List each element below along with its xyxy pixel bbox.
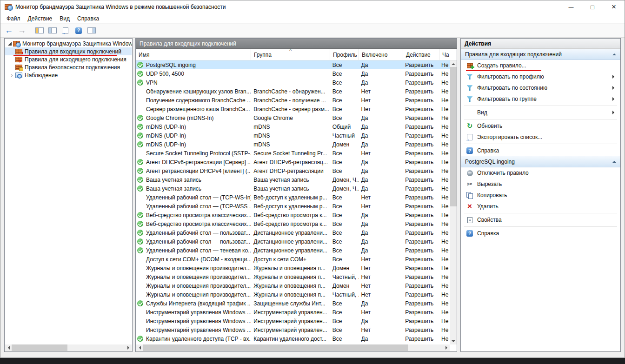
expander-icon[interactable] xyxy=(7,42,13,46)
profile-cell: Все xyxy=(330,113,359,122)
action-value: Разрешить xyxy=(405,79,433,86)
table-row[interactable]: Журналы и оповещения производител...Журн… xyxy=(136,264,450,272)
table-row[interactable]: Агент DHCPv6-ретрансляции [Сервер] ...Аг… xyxy=(136,158,450,166)
scroll-up-icon[interactable] xyxy=(450,60,457,67)
tree-horizontal-scrollbar[interactable] xyxy=(5,344,132,351)
maximize-button[interactable] xyxy=(582,0,603,13)
table-row[interactable]: Карантин удаленного доступа (TCP - вх...… xyxy=(136,334,450,343)
table-row[interactable]: Secure Socket Tunneling Protocol (SSTP-.… xyxy=(136,149,450,158)
copy-icon xyxy=(466,192,473,199)
export-list-icon[interactable] xyxy=(60,25,71,36)
table-row[interactable]: Удаленный рабочий стол — пользоват...Дис… xyxy=(136,228,450,237)
action-delete[interactable]: Удалить xyxy=(461,201,620,212)
close-button[interactable] xyxy=(603,0,625,13)
scroll-left-icon[interactable] xyxy=(136,344,143,351)
action-refresh[interactable]: Обновить xyxy=(461,120,620,132)
scroll-down-icon[interactable] xyxy=(450,338,457,344)
action-copy[interactable]: Копировать xyxy=(461,190,620,201)
scrollbar-thumb[interactable] xyxy=(143,344,408,351)
minimize-button[interactable] xyxy=(560,0,582,13)
action-new-rule[interactable]: Создать правило... xyxy=(461,60,620,71)
scrollbar-thumb[interactable] xyxy=(12,344,67,351)
table-row[interactable]: Службы Интернета (входящий трафик ...Защ… xyxy=(136,299,450,308)
action-properties[interactable]: Свойства xyxy=(461,214,620,225)
action-pane-icon[interactable] xyxy=(86,25,97,36)
rule-name-cell: Удаленный рабочий стол — пользоват... xyxy=(136,237,251,246)
table-row[interactable]: PostgreSQL ingoingВсеДаРазрешитьНе xyxy=(136,60,450,69)
column-header-4[interactable]: Действие xyxy=(403,49,439,60)
column-header-1[interactable]: Группа xyxy=(251,49,330,60)
table-row[interactable]: mDNS (UDP-In)mDNSЧастныйДаРазрешитьНе xyxy=(136,131,450,140)
action-filter-by-state[interactable]: Фильтровать по состоянию xyxy=(461,82,620,93)
action-export-list[interactable]: Экспортировать список... xyxy=(461,132,620,143)
console-tree-icon[interactable] xyxy=(34,25,45,36)
tree-item-2[interactable]: Правила безопасности подключения xyxy=(5,63,132,71)
table-row[interactable]: Веб-средство просмотра классических...Ве… xyxy=(136,211,450,219)
table-row[interactable]: Ваша учетная записьВаша учетная записьДо… xyxy=(136,184,450,193)
properties-pane-icon[interactable] xyxy=(47,25,58,36)
action-cut[interactable]: Вырезать xyxy=(461,179,620,190)
scroll-right-icon[interactable] xyxy=(443,344,450,351)
column-header-3[interactable]: Включено xyxy=(359,49,403,60)
table-row[interactable]: Инструментарий управления Windows ...Инс… xyxy=(136,317,450,325)
column-header-0[interactable]: Имя xyxy=(136,49,251,60)
scroll-right-icon[interactable] xyxy=(125,344,132,351)
tree-item-root[interactable]: Монитор брандмауэра Защитника Windows в xyxy=(5,40,132,47)
filter-icon xyxy=(466,95,473,103)
menu-item-2[interactable]: Вид xyxy=(56,15,73,22)
table-row[interactable]: Удаленный рабочий стол — (TCP-WS-In)Веб-… xyxy=(136,193,450,202)
action-disable-rule[interactable]: Отключить правило xyxy=(461,167,620,179)
override-cell: Не xyxy=(439,184,450,193)
scrollbar-thumb[interactable] xyxy=(450,67,457,206)
table-row[interactable]: Агент ретрансляции DHCPv4 [клиент] (...А… xyxy=(136,166,450,175)
table-row[interactable]: Сервер размещенного кэша BranchCa...Bran… xyxy=(136,105,450,113)
chevron-up-icon[interactable] xyxy=(612,52,616,57)
table-row[interactable]: Google Chrome (mDNS-In)Google ChromeВсеД… xyxy=(136,113,450,122)
tree-item-3[interactable]: Наблюдение xyxy=(5,71,132,79)
table-row[interactable]: Доступ к сети COM+ (DCOM - входящи...Дос… xyxy=(136,255,450,264)
tree-item-1[interactable]: Правила для исходящего подключения xyxy=(5,55,132,63)
rule-name: Инструментарий управления Windows ... xyxy=(146,327,251,333)
table-row[interactable]: Журналы и оповещения производител...Журн… xyxy=(136,272,450,281)
column-header-5[interactable]: Ча xyxy=(439,49,451,60)
action-section-header[interactable]: Правила для входящих подключений xyxy=(461,49,620,60)
table-row[interactable]: Журналы и оповещения производител...Журн… xyxy=(136,281,450,290)
table-row[interactable]: mDNS (UDP-In)mDNSОбщийДаРазрешитьНе xyxy=(136,122,450,131)
menu-item-3[interactable]: Справка xyxy=(73,15,103,22)
table-row[interactable]: Удаленный рабочий стол — (TCP-WSS ...Веб… xyxy=(136,202,450,211)
rules-vertical-scrollbar[interactable] xyxy=(450,60,457,344)
expander-icon[interactable] xyxy=(9,73,15,78)
rules-horizontal-scrollbar[interactable] xyxy=(136,344,450,351)
forward-icon[interactable] xyxy=(16,25,27,36)
table-row[interactable]: Удаленный рабочий стол — теневая ко...Ди… xyxy=(136,246,450,255)
table-row[interactable]: Инструментарий управления Windows ...Инс… xyxy=(136,308,450,317)
table-row[interactable]: Веб-средство просмотра классических...Ве… xyxy=(136,219,450,228)
table-row[interactable]: Обнаружение кэширующих узлов Bran...Bran… xyxy=(136,87,450,96)
table-row[interactable]: VPNВсеДаРазрешитьНе xyxy=(136,78,450,87)
table-row[interactable]: mDNS (UDP-In)mDNSДоменДаРазрешитьНе xyxy=(136,140,450,149)
tree-item-0[interactable]: Правила для входящих подключений xyxy=(5,47,132,55)
help-icon[interactable] xyxy=(73,25,84,36)
action-section-header[interactable]: PostgreSQL ingoing xyxy=(461,156,620,167)
table-row[interactable]: Получение содержимого BranchCache ...Bra… xyxy=(136,96,450,105)
action-view[interactable]: Вид xyxy=(461,107,620,118)
menu-item-0[interactable]: Файл xyxy=(3,15,24,22)
action-filter-by-group[interactable]: Фильтровать по группе xyxy=(461,93,620,105)
profile-cell: Домен xyxy=(330,140,359,149)
action-filter-by-profile[interactable]: Фильтровать по профилю xyxy=(461,71,620,82)
chevron-up-icon[interactable] xyxy=(612,159,616,164)
menu-item-1[interactable]: Действие xyxy=(24,15,56,22)
column-header-2[interactable]: Профиль xyxy=(330,49,359,60)
back-icon[interactable] xyxy=(3,25,14,36)
table-row[interactable]: UDP 500, 4500ВсеДаРазрешитьНе xyxy=(136,69,450,78)
table-row[interactable]: Журналы и оповещения производител...Журн… xyxy=(136,290,450,299)
submenu-arrow-icon xyxy=(611,97,616,101)
group-cell: Журналы и оповещения п... xyxy=(251,290,329,299)
scroll-left-icon[interactable] xyxy=(5,344,12,351)
action-help[interactable]: Справка xyxy=(461,228,620,239)
table-row[interactable]: Инструментарий управления Windows ...Инс… xyxy=(136,325,450,334)
action-help[interactable]: Справка xyxy=(461,145,620,156)
table-row[interactable]: Ваша учетная записьВаша учетная записьДо… xyxy=(136,175,450,184)
action-item-label: Создать правило... xyxy=(477,62,616,69)
table-row[interactable]: Удаленный рабочий стол — пользоват...Дис… xyxy=(136,237,450,246)
